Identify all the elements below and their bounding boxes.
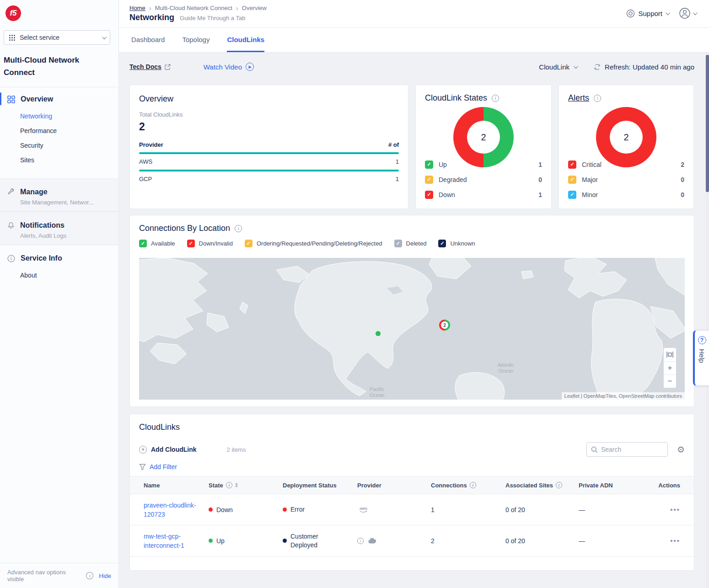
- provider-count: 1: [396, 176, 399, 182]
- map-attribution[interactable]: Leaflet | OpenMapTiles, OpenStreetMap co…: [562, 392, 685, 400]
- tab-dashboard[interactable]: Dashboard: [131, 36, 165, 52]
- sidebar-item-networking[interactable]: Networking: [0, 109, 118, 123]
- sort-icon[interactable]: [235, 483, 238, 487]
- help-tab[interactable]: ? Help: [693, 330, 709, 386]
- column-header-state[interactable]: State i: [209, 482, 283, 489]
- scope-selector-dropdown[interactable]: CloudLink: [539, 63, 577, 71]
- user-menu[interactable]: [679, 7, 696, 19]
- column-header-name[interactable]: Name: [144, 482, 209, 489]
- column-header-deployment-status[interactable]: Deployment Status: [283, 482, 357, 489]
- map-controls: + −: [663, 347, 677, 388]
- provider-count: 1: [396, 158, 399, 165]
- map-cluster-marker[interactable]: 2: [439, 320, 450, 331]
- map-point-marker[interactable]: [376, 331, 381, 336]
- chevron-down-icon: [574, 64, 578, 69]
- checkbox-up[interactable]: ✓: [425, 160, 433, 169]
- map-zoom-in-button[interactable]: +: [664, 361, 676, 374]
- refresh-button[interactable]: Refresh: Updated 40 min ago: [593, 63, 694, 71]
- info-icon[interactable]: i: [357, 538, 364, 544]
- table-row: praveen-cloudlink-120723 Down Error aws …: [130, 494, 694, 525]
- map-fit-bounds-button[interactable]: [664, 348, 676, 361]
- info-icon[interactable]: i: [226, 482, 232, 488]
- checkbox-down-invalid[interactable]: ✓: [187, 240, 195, 247]
- checkbox-ordering[interactable]: ✓: [245, 240, 252, 247]
- row-actions-menu[interactable]: •••: [670, 506, 680, 513]
- info-icon[interactable]: i: [235, 225, 242, 232]
- breadcrumb-overview[interactable]: Overview: [242, 5, 267, 11]
- state-value: Up: [216, 537, 225, 545]
- sidebar-item-sites[interactable]: Sites: [0, 153, 118, 167]
- add-filter-button[interactable]: Add Filter: [139, 463, 685, 470]
- scrollbar-thumb[interactable]: [706, 55, 709, 192]
- page-header: Home › Multi-Cloud Network Connect › Ove…: [119, 0, 709, 28]
- help-label: Help: [698, 349, 706, 363]
- deployment-status-value: Error: [290, 505, 305, 514]
- sidebar-item-about[interactable]: About: [0, 267, 118, 283]
- info-icon[interactable]: i: [556, 482, 562, 488]
- legend-label: Critical: [582, 161, 602, 168]
- checkbox-unknown[interactable]: ✓: [438, 240, 446, 247]
- provider-name: AWS: [139, 158, 152, 165]
- support-menu[interactable]: Support: [626, 9, 669, 18]
- watch-video-link[interactable]: Watch Video ▶: [204, 63, 254, 71]
- sidebar-item-service-info[interactable]: Service Info About: [0, 245, 118, 285]
- hide-nav-button[interactable]: Hide: [99, 572, 111, 579]
- breadcrumb-mcn[interactable]: Multi-Cloud Network Connect: [155, 5, 232, 11]
- legend-item-minor: ✓ Minor 0: [568, 187, 684, 202]
- checkbox-degraded[interactable]: ✓: [425, 176, 433, 184]
- legend-count: 0: [681, 191, 684, 198]
- add-cloudlink-button[interactable]: + Add CloudLink: [139, 446, 197, 454]
- checkbox-major[interactable]: ✓: [568, 176, 576, 184]
- select-service-dropdown[interactable]: Select service: [4, 30, 110, 45]
- checkbox-down[interactable]: ✓: [425, 191, 433, 199]
- checkbox-critical[interactable]: ✓: [568, 160, 576, 169]
- checkbox-deleted[interactable]: ✓: [394, 240, 402, 247]
- legend-label: Deleted: [406, 240, 427, 247]
- row-actions-menu[interactable]: •••: [670, 537, 680, 545]
- gear-icon[interactable]: ⚙: [677, 444, 685, 455]
- legend-label: Unknown: [450, 240, 475, 247]
- checkbox-minor[interactable]: ✓: [568, 191, 576, 199]
- checkbox-available[interactable]: ✓: [139, 240, 147, 247]
- overview-grid-icon: [7, 96, 15, 103]
- sidebar-item-performance[interactable]: Performance: [0, 123, 118, 138]
- chevron-down-icon: [693, 11, 698, 15]
- table-header-row: Name State i Deployment Status Provider …: [130, 476, 694, 494]
- breadcrumb-separator: ›: [149, 4, 151, 12]
- info-icon[interactable]: i: [470, 482, 476, 488]
- cloudlink-name-link[interactable]: mw-test-gcp-interconnect-1: [144, 532, 198, 550]
- sidebar-item-security[interactable]: Security: [0, 138, 118, 153]
- wrench-icon: [7, 188, 15, 196]
- refresh-status-text: Refresh: Updated 40 min ago: [605, 63, 694, 71]
- column-header-connections[interactable]: Connections i: [431, 482, 505, 489]
- world-map[interactable]: Pacific Ocean Atlantic Ocean 2 Leaflet |…: [139, 258, 685, 400]
- search-input[interactable]: [601, 446, 656, 453]
- tab-cloudlinks[interactable]: CloudLinks: [227, 36, 264, 52]
- info-icon[interactable]: i: [594, 95, 601, 102]
- state-cell: Down: [209, 506, 283, 513]
- sidebar-item-notifications[interactable]: Notifications Alerts, Audit Logs: [0, 212, 118, 245]
- breadcrumb-home[interactable]: Home: [129, 5, 145, 11]
- support-label: Support: [638, 10, 662, 17]
- tab-topology[interactable]: Topology: [182, 36, 209, 52]
- page-title: Networking: [129, 13, 174, 22]
- sidebar-item-manage[interactable]: Manage Site Management, Networ...: [0, 178, 118, 212]
- map-zoom-out-button[interactable]: −: [664, 374, 676, 388]
- status-dot: [209, 539, 213, 543]
- sidebar-item-overview[interactable]: Overview Networking Performance Security…: [0, 91, 118, 167]
- page-scrollbar[interactable]: [706, 53, 709, 588]
- select-service-label: Select service: [20, 34, 98, 41]
- column-header-private-adn[interactable]: Private ADN: [579, 482, 639, 489]
- aws-logo-icon: aws: [357, 506, 370, 514]
- legend-item-critical: ✓ Critical 2: [568, 157, 684, 172]
- info-icon[interactable]: i: [492, 95, 499, 102]
- cloudlink-name-link[interactable]: praveen-cloudlink-120723: [144, 501, 198, 519]
- column-header-provider[interactable]: Provider: [357, 482, 431, 489]
- alerts-card-title[interactable]: Alerts: [568, 93, 589, 103]
- column-header-associated-sites[interactable]: Associated Sites i: [505, 482, 579, 489]
- provider-name: GCP: [139, 176, 152, 182]
- guide-me-label[interactable]: Guide Me Through a Tab: [180, 15, 245, 21]
- f5-logo[interactable]: f5: [5, 5, 21, 21]
- tech-docs-link[interactable]: Tech Docs: [129, 63, 171, 70]
- info-icon: i: [86, 572, 93, 579]
